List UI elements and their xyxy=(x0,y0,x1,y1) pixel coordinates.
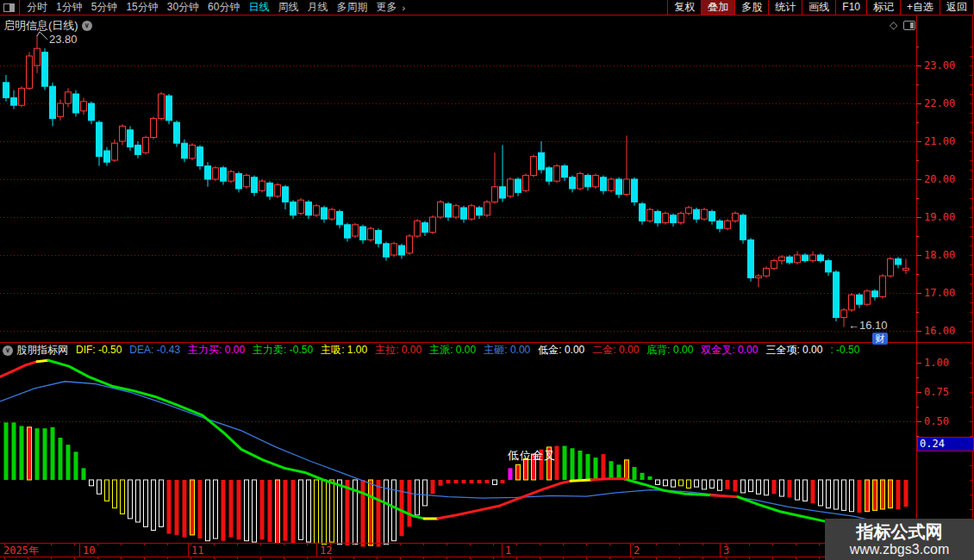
chevron-down-icon[interactable]: ∨ xyxy=(3,345,13,356)
indicator-field: 主派: 0.00 xyxy=(429,344,476,356)
app-window: 23.0022.0021.0020.0019.0018.0017.0016.00… xyxy=(0,0,974,560)
menu-item-周线[interactable]: 周线 xyxy=(273,1,303,13)
high-price-label: 23.80 xyxy=(49,33,78,46)
time-axis-label: 11 xyxy=(191,544,203,557)
price-axis-label: 21.00 xyxy=(924,135,955,147)
time-axis-label: 10 xyxy=(83,544,95,557)
indicator-name: 股朋指标网 xyxy=(16,344,68,357)
low-price-label: ←16.10 xyxy=(848,319,888,332)
indicator-axis-label: 0.75 xyxy=(924,386,949,398)
indicator-field: 主吸: 1.00 xyxy=(321,344,367,356)
menu-item-日线[interactable]: 日线 xyxy=(244,1,273,13)
indicator-header: ∨ 股朋指标网 DIF: -0.50DEA: -0.43主力买: 0.00主力卖… xyxy=(3,344,867,357)
indicator-field: 主力卖: -0.50 xyxy=(253,344,313,356)
page-title: 启明信息(日线) xyxy=(3,18,78,34)
tool-menu: 复权叠加多股统计画线F10标记+自选返回 xyxy=(667,0,974,15)
menu-item-叠加[interactable]: 叠加 xyxy=(701,0,734,15)
menu-item-月线[interactable]: 月线 xyxy=(303,1,332,13)
menu-item-F10[interactable]: F10 xyxy=(835,0,866,15)
indicator-axis-label: 1.00 xyxy=(924,357,949,369)
menu-item-复权[interactable]: 复权 xyxy=(667,0,701,15)
indicator-values: DIF: -0.50DEA: -0.43主力买: 0.00主力卖: -0.50主… xyxy=(76,344,867,357)
price-axis-label: 16.00 xyxy=(924,325,955,337)
menu-item-多股[interactable]: 多股 xyxy=(734,0,768,15)
indicator-field: 二金: 0.00 xyxy=(592,344,639,356)
time-axis-label: 3 xyxy=(723,544,729,557)
time-axis-label: 1 xyxy=(505,544,511,557)
panel-toggle-icon[interactable] xyxy=(903,21,915,30)
menu-item-15分钟[interactable]: 15分钟 xyxy=(122,1,162,13)
golden-cross-label: 低位金叉 xyxy=(508,448,556,464)
indicator-field: 主砸: 0.00 xyxy=(484,344,530,356)
menu-item-标记[interactable]: 标记 xyxy=(866,0,900,15)
chart-title-bar: 启明信息(日线) ∨ xyxy=(3,18,92,34)
period-menu-items: 分时1分钟5分钟15分钟30分钟60分钟日线周线月线多周期更多 xyxy=(22,0,401,15)
indicator-field: 三全项: 0.00 xyxy=(765,344,822,356)
watermark-title: 指标公式网 xyxy=(857,522,943,541)
indicator-field: 低金: 0.00 xyxy=(538,344,584,356)
menu-item-1分钟[interactable]: 1分钟 xyxy=(52,1,87,13)
time-axis-label: 2 xyxy=(634,544,640,557)
menu-item-更多[interactable]: 更多 xyxy=(371,1,401,13)
price-axis-label: 18.00 xyxy=(924,249,955,261)
indicator-field: 主拉: 0.00 xyxy=(375,344,421,356)
time-axis-label: 12 xyxy=(320,544,332,557)
top-menu-bar: 分时1分钟5分钟15分钟30分钟60分钟日线周线月线多周期更多 › 复权叠加多股… xyxy=(0,0,974,16)
indicator-axis-label: 0.50 xyxy=(924,415,949,427)
menu-item-返回[interactable]: 返回 xyxy=(940,0,974,15)
menu-item-分时[interactable]: 分时 xyxy=(22,1,52,13)
price-axis-label: 22.00 xyxy=(924,97,955,109)
current-value-tag: 0.24 xyxy=(917,437,974,451)
arrow-left-icon: ← xyxy=(848,319,859,332)
diamond-icon[interactable]: ◇ xyxy=(890,19,897,31)
layout-split-icon[interactable] xyxy=(3,3,15,12)
time-axis-label: 2025年 xyxy=(3,544,39,557)
price-axis-label: 19.00 xyxy=(924,211,955,223)
indicator-field: 底背: 0.00 xyxy=(646,344,693,356)
menu-item-统计[interactable]: 统计 xyxy=(768,0,802,15)
indicator-bars xyxy=(4,422,908,546)
menu-item-+自选[interactable]: +自选 xyxy=(900,0,940,15)
watermark: 指标公式网 www.zbgs3.com xyxy=(825,519,974,560)
price-axis: 23.0022.0021.0020.0019.0018.0017.0016.00 xyxy=(916,47,973,338)
indicator-field: 主力买: 0.00 xyxy=(188,344,245,356)
chevron-down-icon[interactable]: ∨ xyxy=(82,21,92,31)
menu-divider xyxy=(19,0,20,15)
indicator-field: DIF: -0.50 xyxy=(76,344,122,356)
watermark-url: www.zbgs3.com xyxy=(850,541,950,557)
menu-item-5分钟[interactable]: 5分钟 xyxy=(87,1,122,13)
price-axis-label: 17.00 xyxy=(924,287,955,299)
price-axis-label: 23.00 xyxy=(924,59,955,72)
chart-canvas[interactable]: 23.0022.0021.0020.0019.0018.0017.0016.00… xyxy=(0,0,974,560)
indicator-field: 双金叉: 0.00 xyxy=(701,344,758,356)
menu-item-30分钟[interactable]: 30分钟 xyxy=(163,1,203,13)
indicator-field: : -0.50 xyxy=(830,344,859,356)
gridlines xyxy=(0,66,916,422)
chart-corner-tools: ◇ xyxy=(890,19,915,31)
period-menu: 分时1分钟5分钟15分钟30分钟60分钟日线周线月线多周期更多 › xyxy=(0,0,405,15)
panel-borders xyxy=(0,15,973,560)
price-axis-label: 20.00 xyxy=(924,173,955,185)
more-arrow-icon[interactable]: › xyxy=(401,3,405,13)
candles xyxy=(3,35,909,327)
announcement-marker[interactable]: 财 xyxy=(872,333,888,345)
menu-item-60分钟[interactable]: 60分钟 xyxy=(203,1,244,13)
menu-item-多周期[interactable]: 多周期 xyxy=(332,1,371,13)
indicator-field: DEA: -0.43 xyxy=(129,344,180,356)
menu-item-画线[interactable]: 画线 xyxy=(802,0,835,15)
